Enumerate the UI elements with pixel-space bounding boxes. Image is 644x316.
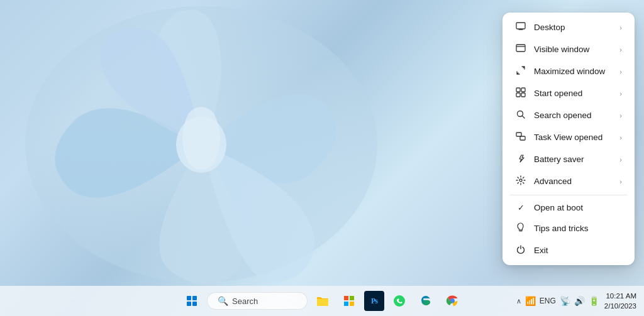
maximized-window-icon [515,65,526,77]
sys-tray: ∧ 📶 ENG 📡 🔊 🔋 [516,296,599,306]
start-button[interactable] [180,290,203,312]
svg-rect-18 [344,302,348,306]
clock-time: 10:21 AM [604,291,636,301]
lightbulb-icon [515,222,526,234]
menu-label-maximized-window: Maximized window [534,67,605,76]
arrow-icon: › [619,46,622,53]
svg-rect-2 [516,23,525,29]
menu-label-battery-saver: Battery saver [534,155,584,164]
wallpaper-flower [0,0,402,289]
clock-date: 2/10/2023 [604,301,636,311]
menu-item-start-opened[interactable]: Start opened › [505,82,632,104]
menu-item-desktop[interactable]: Desktop › [505,16,632,38]
svg-rect-17 [350,296,354,300]
menu-item-visible-window[interactable]: Visible window › [505,38,632,60]
desktop-icon [515,21,526,33]
taskbar-file-explorer[interactable] [311,290,334,312]
arrow-icon: › [619,134,622,141]
menu-item-open-at-boot[interactable]: ✓ Open at boot [505,198,632,217]
arrow-icon: › [619,68,622,75]
tray-wifi-icon: 📶 [525,296,536,306]
menu-label-visible-window: Visible window [534,45,589,54]
menu-label-start-opened: Start opened [534,89,582,98]
tray-volume-icon: 🔊 [574,296,585,306]
checkmark-icon: ✓ [515,203,526,212]
menu-item-exit[interactable]: Exit [505,239,632,261]
svg-rect-14 [187,302,191,306]
arrow-icon: › [619,90,622,97]
svg-point-11 [519,179,522,182]
search-icon: 🔍 [218,296,228,306]
svg-rect-4 [516,88,520,92]
context-menu: Desktop › Visible window › Maxim [502,13,635,265]
taskbar-right: ∧ 📶 ENG 📡 🔊 🔋 10:21 AM 2/10/2023 [516,291,636,311]
menu-label-exit: Exit [534,246,548,255]
menu-label-open-at-boot: Open at boot [534,203,583,212]
svg-rect-15 [192,302,197,306]
power-icon [515,244,526,256]
system-clock[interactable]: 10:21 AM 2/10/2023 [604,291,636,311]
taskbar: 🔍 Search Ps [0,286,644,316]
task-view-opened-icon [515,131,526,143]
tray-wifi2-icon: 📡 [560,296,570,306]
svg-rect-6 [516,93,520,97]
svg-rect-16 [344,296,348,300]
tray-lang[interactable]: ENG [540,297,556,305]
taskbar-edge[interactable] [414,290,437,312]
advanced-icon [515,175,526,187]
search-opened-icon [515,109,526,121]
taskbar-ms-store[interactable] [338,290,360,312]
menu-label-tips-tricks: Tips and tricks [534,224,589,233]
arrow-icon: › [619,178,622,185]
menu-label-task-view-opened: Task View opened [534,133,602,142]
arrow-icon: › [619,112,622,119]
menu-item-battery-saver[interactable]: Battery saver › [505,148,632,170]
menu-label-search-opened: Search opened [534,111,592,120]
start-opened-icon [515,87,526,99]
menu-item-tips-tricks[interactable]: Tips and tricks [505,217,632,239]
search-bar[interactable]: 🔍 Search [207,292,308,310]
menu-divider [510,195,627,195]
taskbar-whatsapp[interactable] [388,290,411,312]
battery-saver-icon [515,153,526,165]
search-label: Search [232,297,258,306]
svg-rect-12 [187,296,191,300]
svg-rect-13 [192,296,197,300]
taskbar-center: 🔍 Search Ps [180,290,464,312]
svg-point-20 [394,295,405,307]
taskbar-chrome[interactable] [441,290,464,312]
menu-label-desktop: Desktop [534,23,565,32]
visible-window-icon [515,43,526,55]
svg-rect-19 [350,302,354,306]
svg-rect-10 [520,136,525,140]
menu-item-task-view-opened[interactable]: Task View opened › [505,126,632,148]
svg-rect-5 [521,88,525,92]
menu-label-advanced: Advanced [534,177,572,186]
svg-rect-7 [521,93,525,97]
menu-item-maximized-window[interactable]: Maximized window › [505,60,632,82]
svg-rect-3 [516,45,525,52]
arrow-icon: › [619,156,622,163]
tray-battery-icon: 🔋 [589,296,599,306]
taskbar-photoshop[interactable]: Ps [364,291,384,311]
menu-item-search-opened[interactable]: Search opened › [505,104,632,126]
svg-rect-9 [516,133,521,136]
tray-arrow[interactable]: ∧ [516,297,521,305]
arrow-icon: › [619,24,622,31]
menu-item-advanced[interactable]: Advanced › [505,170,632,192]
